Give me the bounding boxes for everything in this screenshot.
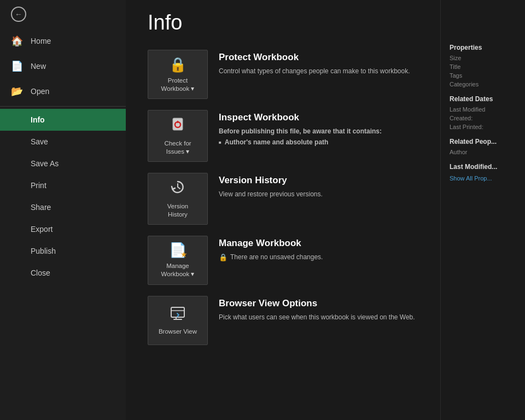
prop-created: Created: xyxy=(450,115,516,121)
properties-section-title: Properties xyxy=(450,44,516,51)
browser-view-button[interactable]: Browser View xyxy=(148,296,208,345)
back-arrow-icon: ← xyxy=(11,7,26,22)
sidebar-item-open[interactable]: 📂 Open xyxy=(0,79,126,104)
lock-small-icon: 🔒 xyxy=(219,253,228,261)
prop-last-modified: Last Modified xyxy=(450,106,516,113)
sidebar-label-new: New xyxy=(31,62,46,71)
prop-tags: Tags xyxy=(450,72,516,79)
sidebar-label-close: Close xyxy=(31,269,50,277)
browser-icon xyxy=(170,305,186,324)
home-icon: 🏠 xyxy=(11,35,23,47)
sidebar-item-save-as[interactable]: Save As xyxy=(0,153,126,174)
svg-point-3 xyxy=(177,121,178,122)
sidebar-label-export: Export xyxy=(31,225,52,234)
svg-rect-0 xyxy=(173,118,183,130)
sidebar-item-share[interactable]: Share xyxy=(0,196,126,218)
sidebar-item-home[interactable]: 🏠 Home xyxy=(0,28,126,54)
manage-workbook-button[interactable]: 📄 ★ ManageWorkbook ▾ xyxy=(148,236,208,285)
protect-button-label: ProtectWorkbook ▾ xyxy=(161,77,195,93)
version-history-label: VersionHistory xyxy=(167,202,188,219)
browser-view-label: Browser View xyxy=(159,328,197,336)
star-badge-icon: ★ xyxy=(180,250,188,259)
sidebar: ← 🏠 Home 📄 New 📂 Open Info Save Save As … xyxy=(0,0,126,420)
history-icon xyxy=(170,179,186,199)
last-modified-by-title: Last Modified... xyxy=(450,163,516,171)
related-dates-title: Related Dates xyxy=(450,95,516,103)
sidebar-label-info: Info xyxy=(31,115,45,124)
open-icon: 📂 xyxy=(11,85,23,97)
protect-workbook-button[interactable]: 🔒 ProtectWorkbook ▾ xyxy=(148,50,208,99)
sidebar-item-print[interactable]: Print xyxy=(0,174,126,196)
manage-icon: 📄 ★ xyxy=(169,242,186,259)
manage-workbook-label: ManageWorkbook ▾ xyxy=(161,262,195,278)
sidebar-label-open: Open xyxy=(31,87,49,96)
version-history-button[interactable]: VersionHistory xyxy=(148,173,208,225)
new-icon: 📄 xyxy=(11,60,23,72)
sidebar-label-share: Share xyxy=(31,203,51,212)
sidebar-label-home: Home xyxy=(31,37,51,45)
sidebar-item-new[interactable]: 📄 New xyxy=(0,54,126,79)
check-issues-button[interactable]: Check forIssues ▾ xyxy=(148,110,208,162)
lock-icon: 🔒 xyxy=(169,56,186,73)
sidebar-divider xyxy=(0,106,126,107)
sidebar-label-publish: Publish xyxy=(31,247,56,255)
prop-title: Title xyxy=(450,63,516,70)
sidebar-item-export[interactable]: Export xyxy=(0,218,126,240)
inspect-icon xyxy=(170,116,186,136)
show-all-properties-link[interactable]: Show All Prop... xyxy=(450,175,516,182)
manage-description: There are no unsaved changes. xyxy=(230,253,323,261)
main-content: Info Book1 - Excel 🔒 ProtectWorkbook ▾ P… xyxy=(126,0,525,420)
properties-panel: Properties Size Title Tags Categories Re… xyxy=(440,0,525,420)
back-button[interactable]: ← xyxy=(0,0,126,28)
sidebar-item-close[interactable]: Close xyxy=(0,262,126,284)
page-title: Info xyxy=(148,11,182,34)
prop-categories: Categories xyxy=(450,81,516,88)
check-issues-label: Check forIssues ▾ xyxy=(164,139,191,156)
prop-author: Author xyxy=(450,149,516,155)
sidebar-label-print: Print xyxy=(31,181,46,190)
related-people-title: Related Peop... xyxy=(450,138,516,145)
sidebar-label-save: Save xyxy=(31,137,48,146)
sidebar-item-publish[interactable]: Publish xyxy=(0,240,126,262)
manage-description-wrapper: 🔒 There are no unsaved changes. xyxy=(219,253,323,261)
prop-size: Size xyxy=(450,55,516,61)
prop-last-printed: Last Printed: xyxy=(450,124,516,130)
sidebar-label-save-as: Save As xyxy=(31,159,59,168)
sidebar-item-info[interactable]: Info xyxy=(0,109,126,131)
sidebar-item-save[interactable]: Save xyxy=(0,131,126,153)
